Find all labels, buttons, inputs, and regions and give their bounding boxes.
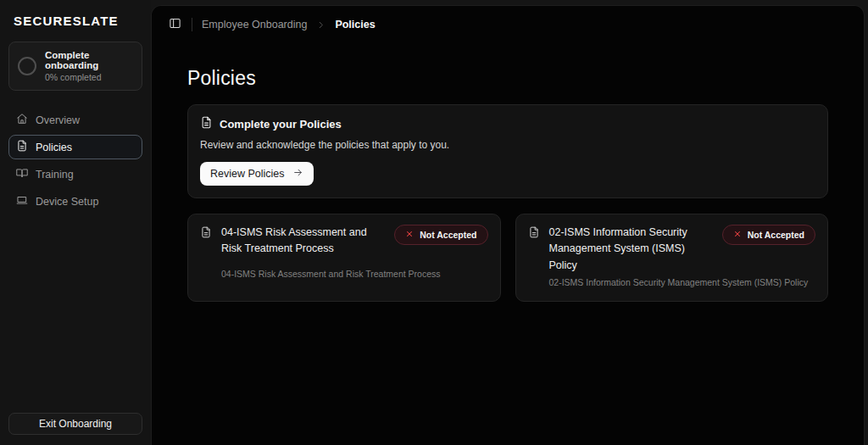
main-panel: Employee Onboarding Policies Policies Co… (151, 5, 865, 445)
book-open-icon (16, 167, 28, 181)
panel-left-icon (169, 17, 181, 32)
page-title: Policies (187, 67, 828, 90)
cta-card-title: Complete your Policies (220, 118, 342, 131)
exit-onboarding-button[interactable]: Exit Onboarding (8, 413, 142, 435)
policy-title: 02-ISMS Information Security Management … (549, 225, 713, 274)
arrow-right-icon (292, 167, 303, 181)
sidebar-toggle-button[interactable] (167, 17, 182, 32)
progress-title: Complete onboarding (45, 50, 133, 70)
policy-list: 04-ISMS Risk Assessment and Risk Treatme… (187, 214, 828, 302)
sidebar-item-policies[interactable]: Policies (8, 135, 142, 159)
sidebar-item-label: Training (36, 169, 74, 181)
review-policies-label: Review Policies (210, 168, 285, 180)
review-policies-button[interactable]: Review Policies (200, 162, 314, 186)
chevron-right-icon (316, 20, 326, 30)
onboarding-progress-card: Complete onboarding 0% completed (8, 42, 142, 91)
status-badge: Not Accepted (394, 225, 487, 245)
policy-subtitle: 04-ISMS Risk Assessment and Risk Treatme… (221, 268, 488, 281)
x-icon (733, 230, 742, 240)
status-label: Not Accepted (420, 230, 476, 240)
file-text-icon (528, 226, 540, 242)
sidebar-item-label: Policies (36, 142, 72, 153)
file-text-icon (16, 140, 28, 154)
status-label: Not Accepted (748, 230, 804, 240)
progress-ring-icon (18, 57, 36, 75)
file-text-icon (200, 116, 213, 132)
status-badge: Not Accepted (722, 225, 815, 245)
progress-text: Complete onboarding 0% completed (45, 50, 133, 82)
cta-card-description: Review and acknowledge the policies that… (200, 139, 815, 151)
app-root: SECURESLATE Complete onboarding 0% compl… (0, 0, 868, 445)
brand-logo: SECURESLATE (8, 12, 142, 28)
policy-title: 04-ISMS Risk Assessment and Risk Treatme… (221, 225, 385, 258)
x-icon (405, 230, 414, 240)
breadcrumb-divider (192, 18, 192, 31)
main-frame: Employee Onboarding Policies Policies Co… (151, 0, 868, 445)
breadcrumb-current: Policies (335, 19, 375, 31)
laptop-icon (16, 194, 28, 209)
home-icon (16, 113, 28, 127)
sidebar-item-overview[interactable]: Overview (8, 108, 142, 132)
policy-subtitle: 02-ISMS Information Security Management … (549, 276, 816, 289)
complete-policies-card: Complete your Policies Review and acknow… (187, 104, 828, 198)
policy-card-isms-policy[interactable]: 02-ISMS Information Security Management … (515, 214, 829, 302)
sidebar-nav: Overview Policies Training Device Setup (8, 108, 142, 214)
breadcrumb-parent[interactable]: Employee Onboarding (202, 19, 307, 31)
sidebar-item-device-setup[interactable]: Device Setup (8, 189, 142, 214)
progress-subtitle: 0% completed (45, 72, 133, 82)
sidebar-item-training[interactable]: Training (8, 162, 142, 186)
policy-card-risk-assessment[interactable]: 04-ISMS Risk Assessment and Risk Treatme… (187, 214, 501, 302)
file-text-icon (200, 226, 212, 242)
sidebar-item-label: Device Setup (36, 196, 98, 208)
breadcrumb-bar: Employee Onboarding Policies (152, 6, 864, 43)
sidebar-item-label: Overview (36, 114, 80, 126)
cta-card-header: Complete your Policies (200, 116, 815, 132)
sidebar: SECURESLATE Complete onboarding 0% compl… (0, 0, 151, 445)
page-content: Policies Complete your Policies Review a… (152, 67, 864, 302)
